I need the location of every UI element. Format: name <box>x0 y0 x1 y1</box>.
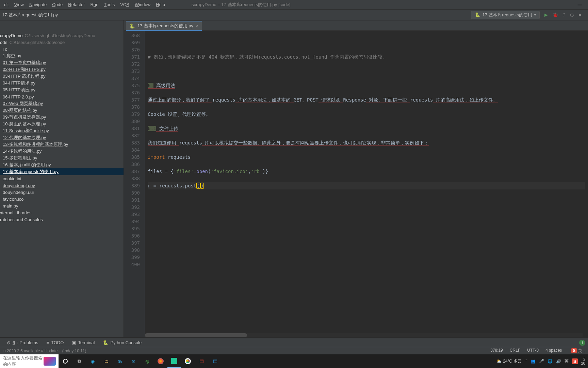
task-view-icon[interactable]: ⧉ <box>72 354 86 368</box>
tree-root-scrapydemo[interactable]: crapyDemoC:\Users\right\Desktop\scrapyDe… <box>0 32 124 39</box>
menu-help[interactable]: Help <box>153 0 168 9</box>
horizontal-scroll-track[interactable] <box>145 333 583 337</box>
menu-code[interactable]: Code <box>49 0 65 9</box>
tree-folder-c[interactable]: i c <box>0 46 124 52</box>
editor-tab[interactable]: 🐍 17-基本库requests的使用.py × <box>126 21 202 30</box>
volume-icon[interactable]: 🔊 <box>556 359 561 364</box>
close-icon[interactable]: × <box>196 24 198 28</box>
ime-sogou-icon[interactable]: S <box>572 358 578 364</box>
run-config-label: 17-基本库requests的使用 <box>482 12 532 18</box>
tree-file[interactable]: 06-HTTP 2.0.py <box>0 93 124 100</box>
tree-file[interactable]: 11-Session和Cookie.py <box>0 127 124 134</box>
code-editor[interactable]: 3683693703713723733743753763773783793803… <box>124 31 588 337</box>
weather-icon: ⛅ <box>496 359 502 364</box>
caret-position[interactable]: 378:19 <box>490 348 503 354</box>
tree-file[interactable]: 04-HTTP请求.py <box>0 80 124 87</box>
start-button[interactable] <box>59 354 72 368</box>
run-config-selector[interactable]: 🐍 17-基本库requests的使用 ▾ <box>471 11 540 19</box>
tool-problems[interactable]: ⊘6: Problems <box>3 340 42 345</box>
event-log-badge[interactable]: 1 <box>579 340 585 346</box>
ime-mode[interactable]: 英 , <box>578 348 585 353</box>
horizontal-scroll-thumb[interactable] <box>145 333 247 337</box>
tree-file[interactable]: 02-HTTP和HTTPS.py <box>0 66 124 73</box>
code-lines[interactable]: # 例如，想判断结果是不是 404 状态码，就可以用requests.codes… <box>145 31 588 337</box>
ime-lang[interactable]: 英 <box>565 358 569 364</box>
app-icon[interactable]: 🗔 <box>195 354 208 368</box>
toolbar-actions: ▶ 🐞 ⤴ ◷ ■ <box>540 12 586 17</box>
chrome-icon[interactable] <box>181 354 195 368</box>
menu-view[interactable]: View <box>12 0 27 9</box>
tree-file[interactable]: 15-多进程用法.py <box>0 155 124 162</box>
app-icon[interactable]: 🗔 <box>208 354 222 368</box>
menu-run[interactable]: Run <box>87 0 101 9</box>
weather-widget[interactable]: ⛅ 24°C 多云 <box>496 358 522 364</box>
breadcrumb[interactable]: 17-基本库requests的使用.py <box>2 12 58 18</box>
tab-filename: 17-基本库requests的使用.py <box>137 23 193 29</box>
mic-icon[interactable]: 🎤 <box>539 359 544 364</box>
menu-window[interactable]: Window <box>132 0 153 9</box>
status-bar: n 2020.2.5 available // Update... (today… <box>0 347 588 354</box>
tree-file[interactable]: 05-HTTP响应.py <box>0 87 124 93</box>
menu-navigate[interactable]: Navigate <box>27 0 49 9</box>
tree-scratches[interactable]: ratches and Consoles <box>0 216 124 223</box>
app-icon[interactable] <box>154 354 167 368</box>
edge-icon[interactable]: ◉ <box>86 354 99 368</box>
navigation-bar: 17-基本库requests的使用.py 🐍 17-基本库requests的使用… <box>0 10 588 20</box>
profile-button[interactable]: ◷ <box>570 12 574 17</box>
menu-tools[interactable]: Tools <box>101 0 117 9</box>
tree-file[interactable]: 08-网页的结构.py <box>0 107 124 114</box>
mail-icon[interactable]: ✉ <box>127 354 140 368</box>
editor-tab-row: 🐍 17-基本库requests的使用.py × <box>124 20 588 31</box>
tree-file[interactable]: 14-多线程的用法.py <box>0 148 124 155</box>
python-icon: 🐍 <box>475 12 480 17</box>
status-message: n 2020.2.5 available // Update... (today… <box>3 349 86 353</box>
tree-file[interactable]: 07-Web 网页基础.py <box>0 100 124 107</box>
ime-badge[interactable]: S <box>571 348 577 353</box>
menu-refactor[interactable]: Refactor <box>65 0 87 9</box>
menu-edit[interactable]: dit <box>1 0 12 9</box>
search-placeholder: 在这里输入你要搜索的内容 <box>3 355 44 367</box>
tree-file[interactable]: 16-基本库urllib的使用.py <box>0 162 124 168</box>
tree-file[interactable]: 1.爬虫.py <box>0 52 124 59</box>
tree-file[interactable]: 12-代理的基本原理.py <box>0 134 124 141</box>
windows-search[interactable]: 在这里输入你要搜索的内容 <box>0 354 59 368</box>
wifi-icon[interactable]: 🌐 <box>548 359 553 364</box>
tree-file[interactable]: 13-多线程和多进程的基本原理.py <box>0 141 124 148</box>
stop-button[interactable]: ■ <box>578 12 581 17</box>
editor-area: 🐍 17-基本库requests的使用.py × 68 ▲ 2 ✓ 2 3683… <box>124 20 588 337</box>
tree-external-libraries[interactable]: xternal Libraries <box>0 209 124 216</box>
pycharm-icon[interactable] <box>167 354 181 368</box>
tree-file[interactable]: douyindenglu.py <box>0 182 124 189</box>
tree-file[interactable]: 01-第一章爬虫基础.py <box>0 59 124 66</box>
tool-todo[interactable]: ≡TODO <box>42 340 68 345</box>
tree-file[interactable]: 09-节点树及选择器.py <box>0 114 124 121</box>
project-tree[interactable]: crapyDemoC:\Users\right\Desktop\scrapyDe… <box>0 31 124 337</box>
file-explorer-icon[interactable]: 🗂 <box>99 354 113 368</box>
store-icon[interactable]: 🛍 <box>113 354 127 368</box>
tree-file[interactable]: 03-HTTP 请求过程.py <box>0 73 124 80</box>
clock[interactable]: 2 20 <box>581 357 585 365</box>
window-minimize[interactable]: — <box>573 2 587 7</box>
app-icon[interactable]: ◎ <box>140 354 154 368</box>
tree-root-code[interactable]: odeC:\Users\right\Desktop\code <box>0 39 124 46</box>
coverage-button[interactable]: ⤴ <box>563 12 565 17</box>
tool-terminal[interactable]: ▣Terminal <box>68 340 99 345</box>
line-separator[interactable]: CRLF <box>510 348 520 354</box>
encoding[interactable]: UTF-8 <box>527 348 539 354</box>
gutter[interactable]: 3683693703713723733743753763773783793803… <box>124 31 145 337</box>
tray-chevron-icon[interactable]: ˄ <box>525 359 527 364</box>
tree-file[interactable]: 10-爬虫的基本原理.py <box>0 121 124 127</box>
people-icon[interactable]: 👥 <box>530 359 536 364</box>
update-link[interactable]: Update... <box>45 349 61 353</box>
debug-button[interactable]: 🐞 <box>553 12 558 17</box>
tree-file[interactable]: douyindenglu.ui <box>0 189 124 196</box>
tree-file[interactable]: cookie.txt <box>0 175 124 182</box>
tree-file[interactable]: favicon.ico <box>0 196 124 202</box>
tree-file-active[interactable]: 17-基本库requests的使用.py <box>0 168 124 175</box>
tree-file[interactable]: main.py <box>0 202 124 209</box>
indent-info[interactable]: 4 spaces <box>545 348 562 354</box>
run-button[interactable]: ▶ <box>544 12 548 17</box>
python-icon: 🐍 <box>129 24 135 29</box>
tool-python-console[interactable]: 🐍Python Console <box>99 340 146 345</box>
menu-vcs[interactable]: VCS <box>117 0 132 9</box>
